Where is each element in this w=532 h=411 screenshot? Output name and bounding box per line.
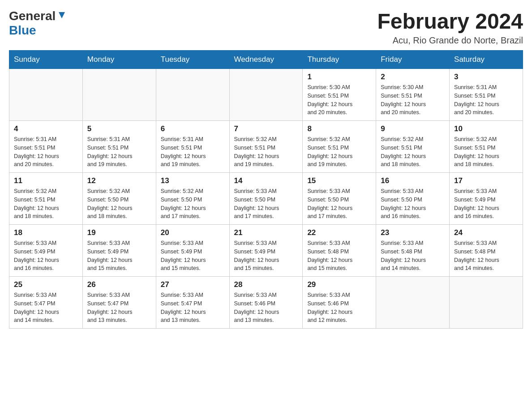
month-title: February 2024: [377, 9, 523, 34]
day-number: 5: [87, 124, 151, 133]
calendar-header-friday: Friday: [376, 51, 450, 69]
day-info: Sunrise: 5:33 AMSunset: 5:49 PMDaylight:…: [234, 239, 298, 273]
day-info: Sunrise: 5:33 AMSunset: 5:46 PMDaylight:…: [307, 291, 371, 325]
day-number: 16: [381, 176, 445, 185]
day-number: 15: [307, 176, 371, 185]
logo-blue-text: Blue: [9, 23, 36, 38]
day-number: 26: [87, 280, 151, 289]
calendar-header-tuesday: Tuesday: [156, 51, 229, 69]
day-info: Sunrise: 5:33 AMSunset: 5:47 PMDaylight:…: [161, 291, 225, 325]
logo-general-text: General: [9, 9, 56, 23]
day-number: 7: [234, 124, 298, 133]
day-number: 24: [454, 228, 518, 237]
svg-marker-0: [59, 12, 65, 18]
calendar-cell: [229, 69, 303, 121]
day-number: 1: [307, 73, 371, 81]
day-info: Sunrise: 5:33 AMSunset: 5:50 PMDaylight:…: [307, 187, 371, 221]
day-info: Sunrise: 5:30 AMSunset: 5:51 PMDaylight:…: [307, 83, 371, 117]
logo: General Blue: [9, 9, 67, 38]
calendar-cell: 29Sunrise: 5:33 AMSunset: 5:46 PMDayligh…: [303, 277, 376, 329]
day-info: Sunrise: 5:31 AMSunset: 5:51 PMDaylight:…: [454, 83, 518, 117]
calendar-cell: 1Sunrise: 5:30 AMSunset: 5:51 PMDaylight…: [303, 69, 376, 121]
day-info: Sunrise: 5:33 AMSunset: 5:49 PMDaylight:…: [161, 239, 225, 273]
calendar-cell: [156, 69, 229, 121]
day-info: Sunrise: 5:32 AMSunset: 5:50 PMDaylight:…: [87, 187, 151, 221]
day-info: Sunrise: 5:33 AMSunset: 5:48 PMDaylight:…: [454, 239, 518, 273]
day-number: 23: [381, 228, 445, 237]
day-number: 6: [161, 124, 225, 133]
day-number: 18: [14, 228, 78, 237]
calendar-header-sunday: Sunday: [9, 51, 83, 69]
calendar-header-saturday: Saturday: [450, 51, 523, 69]
calendar-cell: [9, 69, 83, 121]
day-info: Sunrise: 5:33 AMSunset: 5:50 PMDaylight:…: [234, 187, 298, 221]
day-info: Sunrise: 5:31 AMSunset: 5:51 PMDaylight:…: [87, 135, 151, 169]
calendar-header-wednesday: Wednesday: [229, 51, 303, 69]
day-number: 12: [87, 176, 151, 185]
calendar-week-row: 4Sunrise: 5:31 AMSunset: 5:51 PMDaylight…: [9, 121, 523, 173]
day-number: 21: [234, 228, 298, 237]
day-info: Sunrise: 5:33 AMSunset: 5:49 PMDaylight:…: [454, 187, 518, 221]
calendar-cell: 21Sunrise: 5:33 AMSunset: 5:49 PMDayligh…: [229, 225, 303, 277]
day-number: 2: [381, 73, 445, 81]
day-info: Sunrise: 5:32 AMSunset: 5:50 PMDaylight:…: [161, 187, 225, 221]
day-info: Sunrise: 5:30 AMSunset: 5:51 PMDaylight:…: [381, 83, 445, 117]
day-number: 20: [161, 228, 225, 237]
calendar-cell: 27Sunrise: 5:33 AMSunset: 5:47 PMDayligh…: [156, 277, 229, 329]
day-info: Sunrise: 5:32 AMSunset: 5:51 PMDaylight:…: [14, 187, 78, 221]
calendar-table: SundayMondayTuesdayWednesdayThursdayFrid…: [9, 50, 523, 329]
day-info: Sunrise: 5:33 AMSunset: 5:49 PMDaylight:…: [14, 239, 78, 273]
calendar-cell: 22Sunrise: 5:33 AMSunset: 5:48 PMDayligh…: [303, 225, 376, 277]
day-number: 17: [454, 176, 518, 185]
day-info: Sunrise: 5:32 AMSunset: 5:51 PMDaylight:…: [307, 135, 371, 169]
calendar-header-row: SundayMondayTuesdayWednesdayThursdayFrid…: [9, 51, 523, 69]
calendar-cell: 19Sunrise: 5:33 AMSunset: 5:49 PMDayligh…: [82, 225, 156, 277]
calendar-cell: 28Sunrise: 5:33 AMSunset: 5:46 PMDayligh…: [229, 277, 303, 329]
calendar-cell: 11Sunrise: 5:32 AMSunset: 5:51 PMDayligh…: [9, 173, 83, 225]
day-number: 10: [454, 124, 518, 133]
day-info: Sunrise: 5:33 AMSunset: 5:49 PMDaylight:…: [87, 239, 151, 273]
day-info: Sunrise: 5:33 AMSunset: 5:50 PMDaylight:…: [381, 187, 445, 221]
calendar-cell: 25Sunrise: 5:33 AMSunset: 5:47 PMDayligh…: [9, 277, 83, 329]
day-number: 9: [381, 124, 445, 133]
calendar-week-row: 11Sunrise: 5:32 AMSunset: 5:51 PMDayligh…: [9, 173, 523, 225]
day-info: Sunrise: 5:31 AMSunset: 5:51 PMDaylight:…: [14, 135, 78, 169]
day-info: Sunrise: 5:33 AMSunset: 5:47 PMDaylight:…: [87, 291, 151, 325]
calendar-cell: 14Sunrise: 5:33 AMSunset: 5:50 PMDayligh…: [229, 173, 303, 225]
calendar-cell: 8Sunrise: 5:32 AMSunset: 5:51 PMDaylight…: [303, 121, 376, 173]
day-info: Sunrise: 5:31 AMSunset: 5:51 PMDaylight:…: [161, 135, 225, 169]
day-info: Sunrise: 5:33 AMSunset: 5:46 PMDaylight:…: [234, 291, 298, 325]
calendar-cell: 18Sunrise: 5:33 AMSunset: 5:49 PMDayligh…: [9, 225, 83, 277]
calendar-cell: [82, 69, 156, 121]
day-number: 19: [87, 228, 151, 237]
day-info: Sunrise: 5:33 AMSunset: 5:47 PMDaylight:…: [14, 291, 78, 325]
calendar-cell: 12Sunrise: 5:32 AMSunset: 5:50 PMDayligh…: [82, 173, 156, 225]
calendar-cell: [376, 277, 450, 329]
page-header: General Blue February 2024 Acu, Rio Gran…: [9, 9, 523, 46]
calendar-week-row: 1Sunrise: 5:30 AMSunset: 5:51 PMDaylight…: [9, 69, 523, 121]
calendar-cell: 24Sunrise: 5:33 AMSunset: 5:48 PMDayligh…: [450, 225, 523, 277]
day-info: Sunrise: 5:32 AMSunset: 5:51 PMDaylight:…: [381, 135, 445, 169]
day-number: 8: [307, 124, 371, 133]
calendar-cell: [450, 277, 523, 329]
calendar-cell: 5Sunrise: 5:31 AMSunset: 5:51 PMDaylight…: [82, 121, 156, 173]
calendar-cell: 17Sunrise: 5:33 AMSunset: 5:49 PMDayligh…: [450, 173, 523, 225]
title-section: February 2024 Acu, Rio Grande do Norte, …: [377, 9, 523, 46]
day-number: 3: [454, 73, 518, 81]
day-info: Sunrise: 5:32 AMSunset: 5:51 PMDaylight:…: [454, 135, 518, 169]
calendar-cell: 4Sunrise: 5:31 AMSunset: 5:51 PMDaylight…: [9, 121, 83, 173]
day-number: 14: [234, 176, 298, 185]
calendar-week-row: 25Sunrise: 5:33 AMSunset: 5:47 PMDayligh…: [9, 277, 523, 329]
day-number: 25: [14, 280, 78, 289]
calendar-cell: 13Sunrise: 5:32 AMSunset: 5:50 PMDayligh…: [156, 173, 229, 225]
calendar-cell: 26Sunrise: 5:33 AMSunset: 5:47 PMDayligh…: [82, 277, 156, 329]
day-number: 22: [307, 228, 371, 237]
day-number: 27: [161, 280, 225, 289]
calendar-header-monday: Monday: [82, 51, 156, 69]
day-info: Sunrise: 5:32 AMSunset: 5:51 PMDaylight:…: [234, 135, 298, 169]
day-number: 28: [234, 280, 298, 289]
day-number: 11: [14, 176, 78, 185]
day-number: 29: [307, 280, 371, 289]
calendar-cell: 3Sunrise: 5:31 AMSunset: 5:51 PMDaylight…: [450, 69, 523, 121]
day-number: 4: [14, 124, 78, 133]
